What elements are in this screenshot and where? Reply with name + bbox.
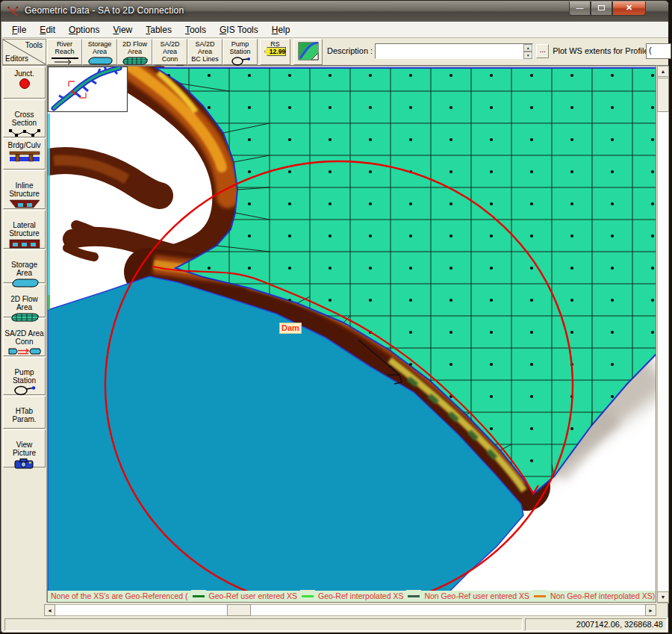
overview-inset-map[interactable] xyxy=(49,66,128,112)
cross-section-icon xyxy=(4,128,45,140)
inline-structure-icon xyxy=(4,199,45,211)
sidebar-item-htab-param[interactable]: HTab Param. xyxy=(3,396,46,429)
description-browse-button[interactable]: ... xyxy=(536,44,549,58)
menu-edit[interactable]: Edit xyxy=(33,23,62,37)
scroll-left-icon[interactable]: ◄ xyxy=(44,604,55,616)
maximize-button[interactable] xyxy=(591,1,612,16)
legend-item-3: Non Geo-Ref user entered XS xyxy=(421,591,532,602)
menu-bar: File Edit Options View Tables Tools GIS … xyxy=(2,22,668,38)
tools-label: Tools xyxy=(25,41,43,49)
legend-item-4: Non Geo-Ref interpolated XS) xyxy=(547,591,656,602)
legend-item-1: Geo-Ref user entered XS xyxy=(206,591,300,602)
rs-locator[interactable]: RS 12.99 xyxy=(260,39,290,65)
sidebar-item-storage-area[interactable]: Storage Area xyxy=(3,249,46,283)
menu-tables[interactable]: Tables xyxy=(139,23,178,37)
legend-dash-nongeoref-interp xyxy=(534,595,546,597)
cursor-coordinates: 2007142.06, 326868.48 xyxy=(525,618,667,631)
storage-area-sb-icon xyxy=(4,278,45,290)
app-icon xyxy=(7,6,19,17)
sidebar-item-bridge-culvert[interactable]: Brdg/Culv xyxy=(3,138,46,170)
description-input[interactable] xyxy=(376,45,522,58)
lateral-structure-icon xyxy=(4,238,45,250)
description-field-wrap: ▲ ▼ xyxy=(375,43,533,59)
pump-station-button[interactable]: Pump Station xyxy=(223,39,258,65)
vertical-scrollbar[interactable] xyxy=(657,66,669,603)
scroll-right-icon[interactable]: ► xyxy=(645,604,656,616)
storage-area-button[interactable]: Storage Area xyxy=(82,39,117,65)
sa-2d-conn-button[interactable]: SA/2D Area Conn xyxy=(152,39,187,65)
sidebar-item-cross-section[interactable]: Cross Section xyxy=(3,99,46,137)
river-reach-icon xyxy=(48,56,81,66)
scroll-up-icon[interactable]: ▲ xyxy=(657,66,669,77)
sidebar-item-lateral-structure[interactable]: Lateral Structure xyxy=(3,210,46,249)
geometric-data-window: Geometric Data - SA to 2D Connection — ✕… xyxy=(0,0,669,633)
sa-2d-conn-sb-icon xyxy=(4,346,45,358)
rs-value-tag: 12.99 xyxy=(264,47,286,56)
menu-file[interactable]: File xyxy=(5,23,33,37)
legend-dash-georef-user xyxy=(193,595,205,597)
horizontal-scroll-thumb[interactable] xyxy=(227,604,251,616)
xs-legend: None of the XS's are Geo-Referenced ( Ge… xyxy=(48,590,656,602)
window-title: Geometric Data - SA to 2D Connection xyxy=(25,5,184,16)
scroll-down-icon[interactable]: ▼ xyxy=(657,591,669,603)
map-canvas[interactable]: Dam None of the XS's are Geo-Referenced … xyxy=(47,66,656,603)
storage-area-icon xyxy=(83,56,116,66)
profile-combo[interactable]: ( xyxy=(646,43,671,59)
legend-item-2: Geo-Ref interpolated XS xyxy=(315,591,406,602)
2d-flow-area-button[interactable]: 2D Flow Area xyxy=(117,39,152,65)
close-button[interactable]: ✕ xyxy=(612,1,646,16)
legend-dash-nongeoref-user xyxy=(408,595,420,597)
dam-label: Dam xyxy=(279,323,302,334)
tools-editors-corner: Tools Editors xyxy=(2,39,46,65)
pump-station-icon xyxy=(223,56,257,66)
maximize-icon xyxy=(598,5,605,10)
junction-icon xyxy=(4,78,45,90)
view-picture-icon xyxy=(4,458,45,470)
toolbar: Tools Editors River Reach Storage Area 2… xyxy=(2,38,668,66)
rs-dot-icon xyxy=(261,51,264,54)
sidebar-item-pump-station[interactable]: Pump Station xyxy=(3,357,46,395)
description-label: Description : xyxy=(327,46,373,65)
title-bar[interactable]: Geometric Data - SA to 2D Connection — ✕ xyxy=(1,1,668,22)
editors-sidebar: Junct. Cross Section Brdg/Culv Inline St… xyxy=(2,66,47,603)
menu-tools[interactable]: Tools xyxy=(178,23,213,37)
spinner-down-icon[interactable]: ▼ xyxy=(523,52,532,59)
minimize-button[interactable]: — xyxy=(569,1,591,16)
status-bar: 2007142.06, 326868.48 xyxy=(2,618,668,633)
sidebar-item-inline-structure[interactable]: Inline Structure xyxy=(3,170,46,209)
bridge-culvert-icon xyxy=(4,150,45,162)
menu-help[interactable]: Help xyxy=(265,23,297,37)
sa-2d-bc-lines-button[interactable]: SA/2D Area BC Lines xyxy=(187,39,223,65)
profile-label: Plot WS extents for Profile: xyxy=(553,46,650,65)
sidebar-item-view-picture[interactable]: View Picture xyxy=(3,429,46,467)
legend-item-0: None of the XS's are Geo-Referenced ( xyxy=(48,591,191,602)
geometry-map xyxy=(48,66,656,603)
menu-options[interactable]: Options xyxy=(62,23,106,37)
horizontal-scrollbar[interactable] xyxy=(44,604,656,616)
editors-label: Editors xyxy=(5,55,28,63)
pump-station-sb-icon xyxy=(4,385,45,397)
menu-view[interactable]: View xyxy=(106,23,139,37)
description-spinner: ▲ ▼ xyxy=(523,44,532,58)
plot-gis-button[interactable] xyxy=(293,39,323,65)
vertical-scroll-thumb[interactable] xyxy=(657,78,669,112)
status-message-panel xyxy=(4,618,523,631)
spinner-up-icon[interactable]: ▲ xyxy=(523,44,532,52)
2d-flow-area-icon xyxy=(118,56,152,66)
plot-gis-icon xyxy=(298,42,319,60)
sidebar-item-junction[interactable]: Junct. xyxy=(3,66,46,99)
menu-gis-tools[interactable]: GIS Tools xyxy=(213,23,265,37)
river-reach-button[interactable]: River Reach xyxy=(47,39,82,65)
legend-dash-georef-interp xyxy=(302,595,314,597)
2d-flow-area-sb-icon xyxy=(4,312,45,324)
